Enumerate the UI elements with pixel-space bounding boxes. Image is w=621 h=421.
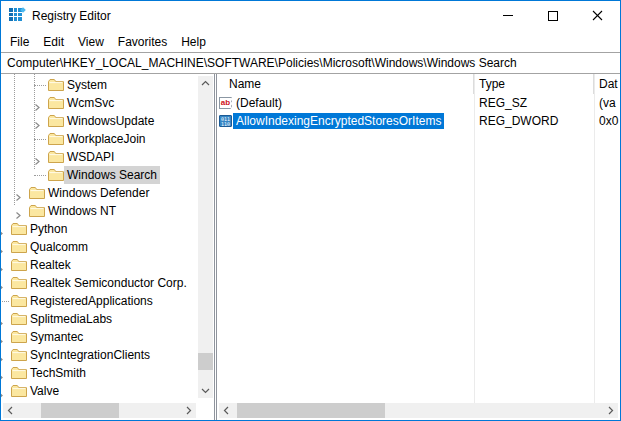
tree-item[interactable]: SplitmediaLabs <box>1 310 197 328</box>
address-bar[interactable]: Computer\HKEY_LOCAL_MACHINE\SOFTWARE\Pol… <box>1 52 620 74</box>
tree-item[interactable]: Windows Search <box>1 166 197 184</box>
menu-item-view[interactable]: View <box>71 33 111 51</box>
menu-bar: FileEditViewFavoritesHelp <box>1 31 620 52</box>
tree-item-label: SyncIntegrationClients <box>27 346 153 364</box>
tree-item[interactable]: WindowsUpdate <box>1 112 197 130</box>
registry-editor-window: Registry Editor FileEditViewFavoritesHel… <box>0 0 621 421</box>
chevron-left-icon <box>3 403 18 418</box>
maximize-icon <box>548 11 558 21</box>
column-separator[interactable] <box>594 74 595 403</box>
chevron-left-icon <box>219 403 234 418</box>
chevron-right-icon <box>181 403 196 418</box>
tree-item[interactable]: RegisteredApplications <box>1 292 197 310</box>
horizontal-scroll-thumb[interactable] <box>41 403 119 418</box>
tree-connector-dots <box>34 85 46 86</box>
tree-item-label: Qualcomm <box>27 238 91 256</box>
tree-item-label: Symantec <box>27 328 86 346</box>
tree-item-label: Valve <box>27 382 62 400</box>
menu-item-help[interactable]: Help <box>174 33 213 51</box>
tree-connector-dots <box>34 175 46 176</box>
minimize-icon <box>503 15 513 16</box>
main-area: SystemWcmSvcWindowsUpdateWorkplaceJoinWS… <box>1 74 620 420</box>
values-horizontal-scrollbar[interactable] <box>219 403 618 418</box>
tree-item-label: System <box>64 76 110 94</box>
address-path: Computer\HKEY_LOCAL_MACHINE\SOFTWARE\Pol… <box>7 56 517 70</box>
column-header-name[interactable]: Name <box>217 74 474 94</box>
registry-tree-panel: SystemWcmSvcWindowsUpdateWorkplaceJoinWS… <box>1 74 215 420</box>
tree-item-label: SplitmediaLabs <box>27 310 115 328</box>
tree-item-label: WindowsUpdate <box>64 112 157 130</box>
scroll-up-button[interactable] <box>198 76 213 91</box>
tree-item[interactable]: Python <box>1 220 197 238</box>
reg-dword-icon: 011110 <box>219 115 232 127</box>
registry-values-panel: NameTypeDat ab(Default)REG_SZ(va011110Al… <box>216 74 620 420</box>
tree-item-label: Windows Search <box>64 166 160 184</box>
tree-item[interactable]: WorkplaceJoin <box>1 130 197 148</box>
value-type-cell: REG_DWORD <box>474 112 594 130</box>
column-header-label: Dat <box>599 77 618 91</box>
scroll-down-button[interactable] <box>198 383 213 398</box>
caption-buttons <box>485 1 620 30</box>
tree-vertical-scrollbar[interactable] <box>198 76 213 398</box>
column-header-label: Type <box>479 77 505 91</box>
close-button[interactable] <box>575 1 620 30</box>
maximize-button[interactable] <box>530 1 575 30</box>
registry-editor-app-icon <box>9 8 25 24</box>
reg-sz-icon: ab <box>219 97 232 109</box>
tree-item[interactable]: WSDAPI <box>1 148 197 166</box>
scroll-left-button[interactable] <box>219 403 234 418</box>
tree-item[interactable]: Windows NT <box>1 202 197 220</box>
chevron-down-icon <box>198 383 213 398</box>
tree-item[interactable]: WcmSvc <box>1 94 197 112</box>
values-column-header: NameTypeDat <box>217 74 620 94</box>
tree-item-label: WorkplaceJoin <box>64 130 148 148</box>
tree-connector-dots <box>1 301 9 302</box>
close-icon <box>592 10 603 21</box>
values-list: ab(Default)REG_SZ(va011110AllowIndexingE… <box>217 94 620 130</box>
tree-item[interactable]: TechSmith <box>1 364 197 382</box>
chevron-right-icon <box>603 403 618 418</box>
tree-item-label: Windows NT <box>45 202 119 220</box>
value-data-cell: (va <box>594 94 620 112</box>
minimize-button[interactable] <box>485 1 530 30</box>
value-row[interactable]: 011110AllowIndexingEncryptedStoresOrItem… <box>217 112 620 130</box>
scroll-right-button[interactable] <box>181 403 196 418</box>
value-name-label: (Default) <box>233 95 285 111</box>
tree-item[interactable]: SyncIntegrationClients <box>1 346 197 364</box>
tree-item-label: WSDAPI <box>64 148 117 166</box>
value-name-cell: 011110AllowIndexingEncryptedStoresOrItem… <box>217 112 474 130</box>
tree-item[interactable]: Windows Defender <box>1 184 197 202</box>
value-type-cell: REG_SZ <box>474 94 594 112</box>
menu-item-favorites[interactable]: Favorites <box>111 33 174 51</box>
scroll-right-button[interactable] <box>603 403 618 418</box>
tree-item[interactable]: Qualcomm <box>1 238 197 256</box>
column-header-type[interactable]: Type <box>474 74 594 94</box>
scroll-left-button[interactable] <box>3 403 18 418</box>
tree-item[interactable]: System <box>1 76 197 94</box>
tree-connector-dots <box>34 139 46 140</box>
tree-item-label: RegisteredApplications <box>27 292 156 310</box>
value-name-cell: ab(Default) <box>217 94 474 112</box>
value-name-label: AllowIndexingEncryptedStoresOrItems <box>233 113 444 129</box>
tree-item-label: TechSmith <box>27 364 89 382</box>
column-separator[interactable] <box>474 74 475 403</box>
chevron-up-icon <box>198 76 213 91</box>
tree-item[interactable]: Valve <box>1 382 197 400</box>
tree-item[interactable]: Realtek <box>1 256 197 274</box>
tree-item-label: Python <box>27 220 70 238</box>
tree-horizontal-scrollbar[interactable] <box>3 403 196 418</box>
tree-item[interactable]: Realtek Semiconductor Corp. <box>1 274 197 292</box>
tree-content: SystemWcmSvcWindowsUpdateWorkplaceJoinWS… <box>1 74 197 403</box>
menu-item-file[interactable]: File <box>3 33 36 51</box>
tree-item-label: WcmSvc <box>64 94 117 112</box>
column-header-label: Name <box>229 77 261 91</box>
tree-item[interactable]: Symantec <box>1 328 197 346</box>
value-data-cell: 0x0 <box>594 112 620 130</box>
title-bar: Registry Editor <box>1 1 620 31</box>
column-header-data[interactable]: Dat <box>594 74 620 94</box>
vertical-scroll-thumb[interactable] <box>198 353 213 370</box>
window-title: Registry Editor <box>32 9 111 23</box>
menu-item-edit[interactable]: Edit <box>36 33 71 51</box>
value-row[interactable]: ab(Default)REG_SZ(va <box>217 94 620 112</box>
horizontal-scroll-thumb[interactable] <box>237 403 385 418</box>
